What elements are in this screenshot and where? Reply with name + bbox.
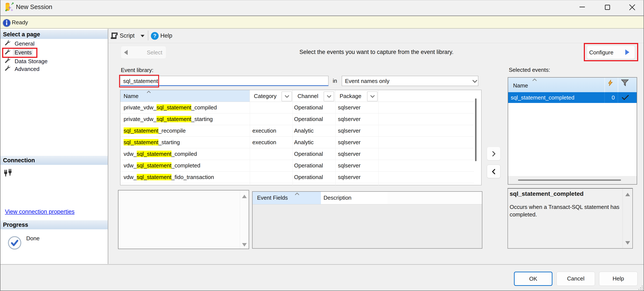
svg-text:?: ? [153, 33, 156, 39]
